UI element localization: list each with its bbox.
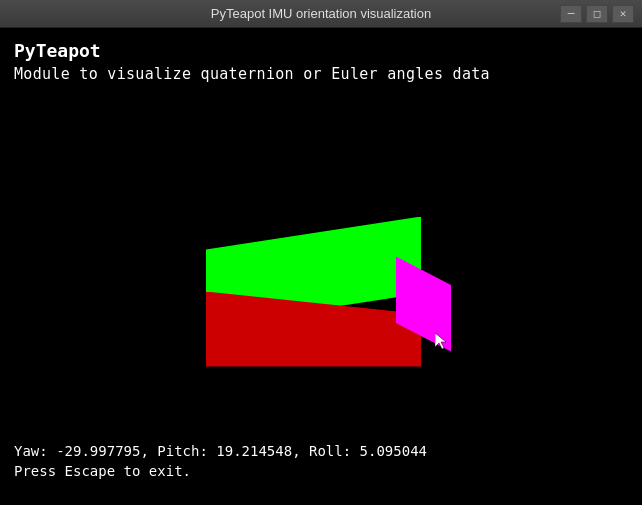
exit-hint: Press Escape to exit. <box>14 463 628 479</box>
status-bar: Yaw: -29.997795, Pitch: 19.214548, Roll:… <box>0 435 642 505</box>
window-title: PyTeapot IMU orientation visualization <box>211 6 431 21</box>
app-subtitle: Module to visualize quaternion or Euler … <box>0 65 642 83</box>
box-face-front <box>206 292 421 367</box>
teapot-3d-model <box>191 217 451 337</box>
orientation-status: Yaw: -29.997795, Pitch: 19.214548, Roll:… <box>14 443 628 459</box>
canvas-area <box>0 118 642 435</box>
main-window: PyTeapot Module to visualize quaternion … <box>0 28 642 505</box>
title-bar: PyTeapot IMU orientation visualization ─… <box>0 0 642 28</box>
minimize-button[interactable]: ─ <box>560 5 582 23</box>
close-button[interactable]: ✕ <box>612 5 634 23</box>
window-controls: ─ □ ✕ <box>560 5 634 23</box>
maximize-button[interactable]: □ <box>586 5 608 23</box>
app-title: PyTeapot <box>0 28 642 65</box>
box-container <box>191 217 451 337</box>
